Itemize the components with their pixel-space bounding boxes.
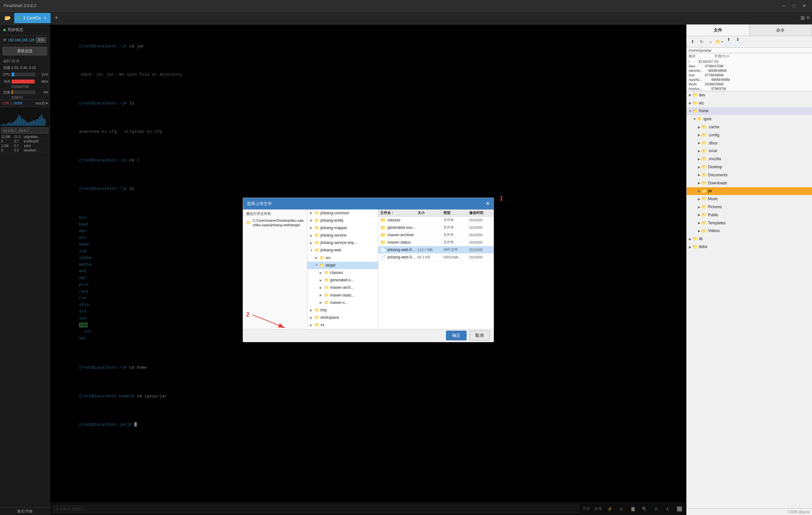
minimize-button[interactable]: ─: [780, 2, 787, 10]
home-button[interactable]: ⌂: [707, 38, 714, 46]
maximize-button[interactable]: □: [790, 2, 798, 10]
tree-item[interactable]: ▶ 📁 Public: [687, 211, 812, 219]
net-header: ↑17K ↓ ↓600K ens33 ▼: [0, 99, 50, 107]
tree-item[interactable]: ▶ 📁 dev: [687, 91, 812, 99]
tree-item[interactable]: ▶ 📁 Documents: [687, 171, 812, 179]
list-item: 2.2M 0.7 sshd: [0, 144, 50, 148]
sync-status: 同步状态: [0, 25, 50, 35]
tree-item[interactable]: ▶ 📁 .cache: [687, 123, 812, 131]
refresh-button[interactable]: ↻: [698, 38, 705, 46]
grid-icon[interactable]: ⊞: [801, 15, 805, 21]
cmd-quick-input[interactable]: [1, 127, 48, 134]
app-title: FinalShell 3.9.8.2: [4, 3, 36, 8]
tree-item[interactable]: ▶ 📁 maven-c...: [308, 299, 378, 307]
tree-item[interactable]: ▶ 📁 src: [308, 254, 378, 262]
sysinfo-button[interactable]: 系统信息: [3, 47, 47, 55]
right-file-panel: 文件 命令 ⬆ ↻ ⌂ 📁+ ⬆📄 ⬇📄 /home/igxia/jar 路径 …: [686, 25, 812, 515]
download-button[interactable]: ⬇📄: [734, 38, 742, 46]
new-tab-button[interactable]: +: [52, 13, 61, 23]
tab-close-icon[interactable]: ✕: [44, 16, 47, 20]
terminal-area: [root@localhost ~]# cd jar -bash: cd: ja…: [50, 25, 686, 515]
tree-item[interactable]: ▶ 📁 Desktop: [687, 163, 812, 171]
tree-item[interactable]: ▶ 📁 jinbang-service: [308, 232, 378, 239]
new-folder-button[interactable]: 📁+: [716, 38, 723, 46]
tree-item[interactable]: ▶ 📁 .config: [687, 131, 812, 139]
col-name[interactable]: 文件名 ↑: [380, 210, 417, 215]
file-row[interactable]: 📁 generated-sources 文件夹 2023/05/: [378, 224, 494, 231]
memory-detail: 932M/972M: [0, 85, 50, 89]
tree-item-jar[interactable]: ▶ 📁 jar: [687, 187, 812, 195]
file-row[interactable]: 📁 classes 文件夹 2023/05/: [378, 217, 494, 224]
tab-file[interactable]: 文件: [687, 25, 750, 36]
tree-item[interactable]: ▶ 📁 xx: [308, 321, 378, 329]
cancel-button[interactable]: 取消: [469, 331, 490, 340]
modal-body: 最近打开文件夹 📁 C:\Users\naive\Desktop\tiku-sa…: [243, 209, 494, 329]
modal-close-button[interactable]: ✕: [486, 200, 490, 207]
tab-centos[interactable]: 1 CentOs ✕: [14, 13, 51, 23]
tree-item[interactable]: ▶ 📁 .dbus: [687, 139, 812, 147]
col-date[interactable]: 修改时间: [469, 210, 492, 215]
modal-nav-panel: 最近打开文件夹 📁 C:\Users\naive\Desktop\tiku-sa…: [243, 209, 308, 329]
tab-command[interactable]: 命令: [750, 25, 812, 36]
sync-dot: [3, 29, 6, 31]
modal-files-pane: 文件名 ↑ 大小 类型 修改时间 📁 classes 文件夹: [378, 209, 494, 329]
tree-item[interactable]: ▶ 📁 lib: [687, 235, 812, 243]
tree-item[interactable]: ▶ 📁 jinbang-service-imp...: [308, 239, 378, 247]
upgrade-link[interactable]: 激活/升级: [0, 507, 50, 515]
tree-item-downloads[interactable]: ▶ 📁 Downloads: [687, 179, 812, 187]
tree-item[interactable]: ▶ 📁 jinbang-mapper: [308, 224, 378, 232]
layout-icon[interactable]: ≡: [807, 15, 809, 21]
tree-item[interactable]: ▼ 📁 jinbang-web: [308, 247, 378, 254]
tree-item[interactable]: ▶ 📁 lib64: [687, 243, 812, 251]
tree-item[interactable]: ▶ 📁 maven-arch...: [308, 284, 378, 291]
tree-item[interactable]: ▶ 📁 tmp: [308, 307, 378, 314]
recent-path-item[interactable]: 📁 C:\Users\naive\Desktop\tiku-saas\tiku-…: [243, 217, 307, 229]
file-row[interactable]: 📁 maven-status 文件夹 2023/05/: [378, 239, 494, 246]
folder-icon-button[interactable]: 📂: [3, 13, 13, 23]
tree-item[interactable]: ▶ 📁 generated-s...: [308, 277, 378, 284]
right-toolbar: ⬆ ↻ ⌂ 📁+ ⬆📄 ⬇📄: [687, 36, 812, 48]
tree-item-igxia[interactable]: ▼ 📁 igxia: [687, 115, 812, 123]
disk-row: /32.6G/37.7G: [687, 59, 812, 64]
upload-button[interactable]: ⬆📄: [725, 38, 732, 46]
file-row-jar-selected[interactable]: 📄 jinbang-web-0.0.1.... 113.7 MB JAR 文件 …: [378, 246, 494, 254]
disk-row: /boot150M/296M: [687, 82, 812, 86]
swap-detail: 81M/2G: [0, 96, 50, 99]
col-size[interactable]: 大小: [417, 210, 443, 215]
iface-dropdown-icon[interactable]: ▼: [45, 102, 48, 105]
tree-item[interactable]: ▶ 📁 etc: [687, 99, 812, 107]
file-row[interactable]: 📁 maven-archiver 文件夹 2023/05/: [378, 231, 494, 239]
tabbar: 📂 1 CentOs ✕ + ⊞ ≡: [0, 11, 812, 25]
disk-row: /dev/sh...486M/486M: [687, 68, 812, 73]
ip-row: IP 192.168.236.128 复制: [0, 35, 50, 45]
net-graph: [0, 107, 50, 126]
sidebar: 同步状态 IP 192.168.236.128 复制 系统信息 运行 15 分 …: [0, 25, 50, 515]
copy-ip-button[interactable]: 复制: [36, 37, 46, 43]
tree-item-target[interactable]: ▼ 📁 target: [308, 262, 378, 269]
tree-item[interactable]: ▶ 📁 jinbang-common: [308, 209, 378, 217]
tree-item[interactable]: ▶ 📁 workspace: [308, 314, 378, 321]
confirm-button[interactable]: 确定: [446, 331, 467, 340]
tree-item[interactable]: ▶ 📁 .mozilla: [687, 155, 812, 163]
tree-item-home[interactable]: ▼ 📁 home: [687, 107, 812, 115]
tree-item[interactable]: ▶ 📁 Music: [687, 195, 812, 203]
tree-item[interactable]: ▶ 📁 Pictures: [687, 203, 812, 211]
disk-usage-section: 路径 可用/大小 /32.6G/37.7G /dev470M/470M /dev…: [687, 53, 812, 91]
tree-item[interactable]: ▶ 📁 .local: [687, 147, 812, 155]
tree-item[interactable]: ▶ 📁 maven-statu...: [308, 292, 378, 299]
memory-resource-row: 内存 96%: [0, 78, 50, 85]
memory-bar-bg: [11, 80, 35, 83]
tree-item[interactable]: ▶ 📁 Videos: [687, 227, 812, 235]
file-row[interactable]: 📄 jinbang-web-0.0.1... 94.3 KB ORIGINA..…: [378, 254, 494, 261]
up-folder-button[interactable]: ⬆: [689, 38, 696, 46]
tree-item[interactable]: ▶ 📁 jinbang-entity: [308, 217, 378, 224]
tree-item-templates[interactable]: ▶ 📁 Templates: [687, 219, 812, 227]
folder-icon: 📁: [380, 218, 386, 223]
swap-value: 4%: [37, 90, 48, 94]
col-type[interactable]: 类型: [443, 210, 469, 215]
modal-overlay: 1 选择上传文件 ✕ 最近打开文件夹 📁 C:\Users\naive\Desk…: [50, 25, 686, 515]
close-button[interactable]: ✕: [801, 2, 808, 10]
file-tree: ▶ 📁 dev ▶ 📁 etc ▼ 📁 home ▼: [687, 91, 812, 508]
tree-item[interactable]: ▶ 📁 classes: [308, 269, 378, 277]
modal-footer: 2 确定 取消: [243, 329, 494, 342]
